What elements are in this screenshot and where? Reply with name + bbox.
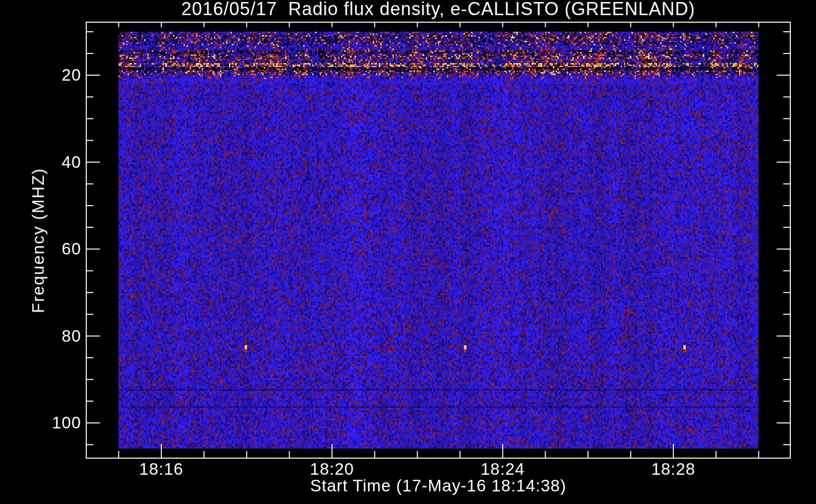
x-tick-label: 18:28 bbox=[623, 460, 724, 478]
y-tick-label: 40 bbox=[0, 153, 81, 171]
chart-title: 2016/05/17 Radio flux density, e-CALLIST… bbox=[86, 0, 790, 19]
y-tick-label: 20 bbox=[0, 66, 81, 84]
y-tick-label: 60 bbox=[0, 240, 81, 258]
y-tick-label: 100 bbox=[0, 414, 81, 432]
spectrogram-canvas bbox=[0, 0, 816, 504]
x-tick-label: 18:16 bbox=[111, 460, 212, 478]
spectrogram-figure: 2016/05/17 Radio flux density, e-CALLIST… bbox=[0, 0, 816, 504]
x-axis-label: Start Time (17-May-16 18:14:38) bbox=[86, 477, 790, 495]
x-tick-label: 18:24 bbox=[452, 460, 553, 478]
x-tick-label: 18:20 bbox=[281, 460, 382, 478]
y-tick-label: 80 bbox=[0, 327, 81, 345]
